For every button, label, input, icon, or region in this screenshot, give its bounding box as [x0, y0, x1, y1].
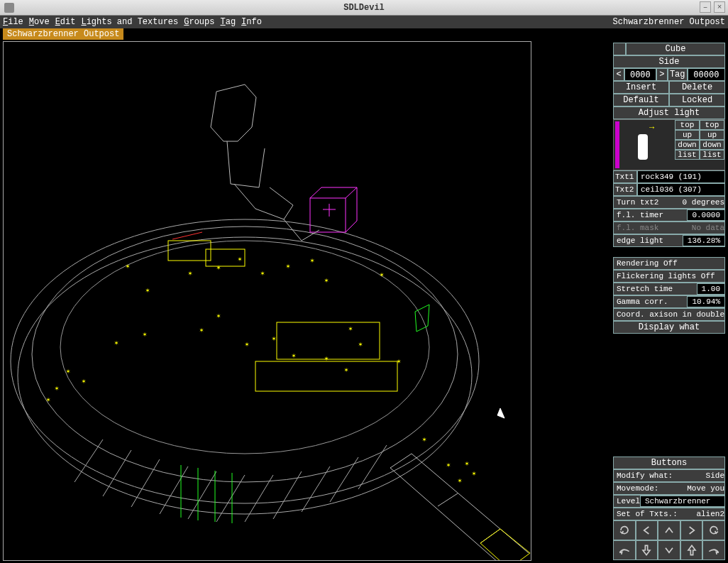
thumb-top-1[interactable]: top: [675, 120, 700, 130]
cube-index[interactable]: 0000: [624, 68, 656, 81]
bank-right-button[interactable]: [702, 540, 725, 560]
texture-thumbnail[interactable]: → toptop upup downdown listlist: [613, 119, 725, 170]
rendering-label: Rendering Off: [617, 258, 678, 269]
movemode[interactable]: Movemode:Move you: [613, 482, 725, 495]
cube-collapse-button[interactable]: [613, 43, 626, 55]
svg-line-5: [103, 450, 131, 496]
move-forward-button[interactable]: [680, 540, 703, 560]
fl-mask-value: No data: [692, 222, 724, 234]
menu-items: File Move Edit Lights and Textures Group…: [3, 17, 262, 27]
close-button[interactable]: ×: [714, 1, 725, 13]
fl-timer-label: f.l. timer: [617, 209, 663, 221]
svg-line-10: [245, 475, 273, 522]
thumb-up-2[interactable]: up: [700, 130, 724, 140]
txt2-value[interactable]: ceil036 (307): [637, 183, 725, 196]
svg-rect-21: [277, 322, 380, 359]
level-select[interactable]: LevelSchwarzbrenner Ou: [613, 495, 725, 508]
turn-label: Turn txt2: [617, 197, 658, 208]
rendering-toggle[interactable]: Rendering Off: [613, 257, 725, 270]
fl-mask-label: f.l. mask: [617, 222, 658, 234]
menubar: File Move Edit Lights and Textures Group…: [0, 16, 728, 28]
gamma-corr[interactable]: Gamma corr.10.94%: [613, 295, 725, 308]
svg-line-11: [273, 471, 302, 519]
minimize-button[interactable]: –: [700, 1, 711, 13]
stretch-label: Stretch time: [617, 283, 673, 295]
delete-button[interactable]: Delete: [669, 81, 725, 94]
turn-txt2[interactable]: Turn txt20 degrees: [613, 196, 725, 209]
thumb-down-1[interactable]: down: [675, 140, 700, 150]
modify-what[interactable]: Modify what:Side: [613, 469, 725, 482]
direction-arrow-icon: →: [649, 123, 654, 133]
gamma-label: Gamma corr.: [617, 296, 668, 307]
bank-left-button[interactable]: [613, 540, 636, 560]
side-subheader[interactable]: Side: [613, 55, 725, 68]
svg-point-2: [18, 237, 472, 514]
svg-line-12: [302, 466, 330, 512]
svg-line-6: [131, 459, 160, 507]
cube-header[interactable]: Cube: [626, 43, 725, 55]
edge-light[interactable]: edge light136.28%: [613, 234, 725, 247]
menu-lights-textures[interactable]: Lights and Textures: [81, 17, 178, 27]
coord-axis[interactable]: Coord. axison in double: [613, 308, 725, 321]
svg-line-13: [330, 457, 358, 502]
txt1-value[interactable]: rock349 (191): [637, 170, 725, 183]
svg-line-31: [172, 232, 202, 239]
adjust-light-button[interactable]: Adjust light: [613, 106, 725, 119]
default-button[interactable]: Default: [613, 94, 669, 106]
locked-button[interactable]: Locked: [669, 94, 725, 106]
gamma-value[interactable]: 10.94%: [687, 296, 725, 307]
edge-light-value[interactable]: 136.28%: [683, 235, 725, 246]
thumb-down-2[interactable]: down: [700, 140, 724, 150]
level-tab[interactable]: Schwarzbrenner Outpost: [3, 28, 123, 40]
insert-button[interactable]: Insert: [613, 81, 669, 94]
cube-prev-button[interactable]: <: [613, 68, 624, 81]
level-label: Level: [617, 496, 640, 507]
buttons-header: Buttons: [613, 457, 725, 469]
movemode-value: Move you: [687, 483, 724, 494]
viewport-3d[interactable]: ✶ ✶ ✶ ✶ ✶ ✶ ✶ ✶ ✶ ✶ ✶ ✶ ✶ ✶ ✶ ✶ ✶ ✶ ✶ ✶ …: [3, 41, 531, 561]
stretch-value[interactable]: 1.00: [697, 283, 725, 295]
stretch-time[interactable]: Stretch time1.00: [613, 283, 725, 295]
rotate-left-button[interactable]: [613, 520, 636, 540]
menu-edit[interactable]: Edit: [55, 17, 76, 27]
svg-point-0: [11, 219, 479, 503]
menu-move[interactable]: Move: [29, 17, 50, 27]
pan-left-button[interactable]: [636, 520, 658, 540]
menu-info[interactable]: Info: [241, 17, 262, 27]
txtset[interactable]: Set of Txts.:alien2: [613, 508, 725, 520]
rotate-right-button[interactable]: [702, 520, 725, 540]
fl-mask: f.l. maskNo data: [613, 222, 725, 234]
fl-timer-value[interactable]: 0.0000: [687, 209, 725, 221]
edge-light-label: edge light: [617, 235, 663, 246]
window-titlebar: SDLDevil – ×: [0, 0, 728, 16]
display-what-button[interactable]: Display what: [613, 321, 725, 334]
flickering-label: Flickering lights Off: [617, 270, 715, 282]
level-value[interactable]: Schwarzbrenner Ou: [640, 496, 725, 507]
thumb-list-2[interactable]: list: [700, 150, 724, 160]
svg-line-14: [358, 445, 387, 489]
thumb-up-1[interactable]: up: [675, 130, 700, 140]
cube-next-button[interactable]: >: [656, 68, 668, 81]
menu-tag[interactable]: Tag: [220, 17, 236, 27]
window-title: SDLDevil: [343, 3, 385, 13]
svg-line-24: [310, 187, 321, 198]
pan-down-button[interactable]: [658, 540, 680, 560]
txt2-label: Txt2: [613, 183, 637, 196]
menu-file[interactable]: File: [3, 17, 23, 27]
thumb-top-2[interactable]: top: [700, 120, 724, 130]
move-back-button[interactable]: [636, 540, 658, 560]
tag-label[interactable]: Tag: [668, 68, 688, 81]
menu-groups[interactable]: Groups: [184, 17, 214, 27]
movemode-label: Movemode:: [617, 483, 658, 494]
pan-right-button[interactable]: [680, 520, 703, 540]
pan-up-button[interactable]: [658, 520, 680, 540]
fl-timer[interactable]: f.l. timer0.0000: [613, 209, 725, 222]
level-name: Schwarzbrenner Outpost: [613, 17, 725, 27]
svg-line-25: [346, 187, 357, 198]
thumb-list-1[interactable]: list: [675, 150, 700, 160]
tag-value[interactable]: 00000: [688, 68, 725, 81]
svg-point-3: [60, 241, 429, 454]
main-area: Schwarzbrenner Outpost: [0, 28, 610, 562]
flickering-toggle[interactable]: Flickering lights Off: [613, 270, 725, 283]
wireframe-svg: [4, 42, 531, 561]
